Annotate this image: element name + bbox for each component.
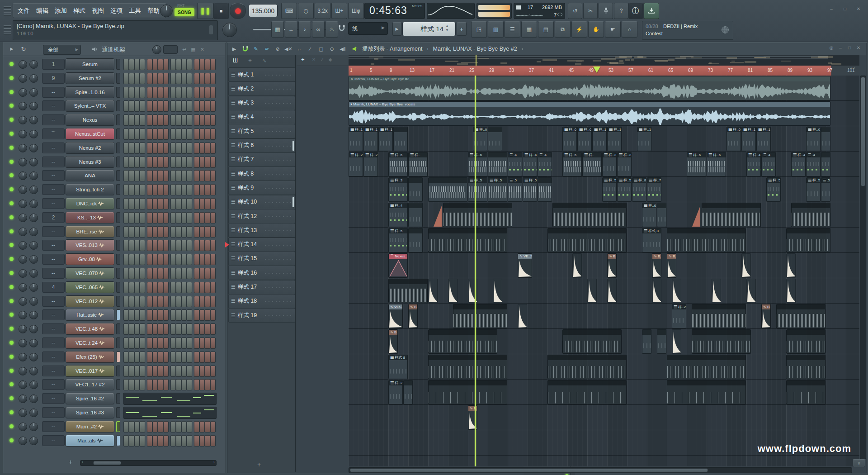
pattern-clip[interactable] bbox=[393, 127, 408, 151]
channel-selector[interactable] bbox=[116, 407, 120, 418]
channel-selector[interactable] bbox=[116, 212, 120, 223]
step-cell[interactable] bbox=[134, 184, 140, 195]
channel-target-display[interactable]: -- bbox=[42, 254, 65, 265]
channel-rack-hscrollbar[interactable]: ‹ › bbox=[80, 460, 217, 466]
pattern-clip[interactable]: ☰ 样..5 bbox=[617, 177, 632, 202]
pattern-clip[interactable]: ☰ 样..6 bbox=[687, 152, 706, 176]
step-cell[interactable] bbox=[129, 100, 134, 112]
step-cell[interactable] bbox=[140, 198, 145, 209]
rack-undo-icon[interactable]: ↩ bbox=[182, 47, 186, 52]
step-cell[interactable] bbox=[181, 296, 187, 307]
pattern-item-样式-13[interactable]: ☰样式 13 bbox=[228, 223, 295, 238]
channel-target-display[interactable]: -- bbox=[42, 323, 65, 334]
step-cell[interactable] bbox=[187, 309, 192, 321]
playlist-button[interactable]: ▦ bbox=[271, 21, 284, 38]
step-cell[interactable] bbox=[163, 157, 169, 168]
step-cell[interactable] bbox=[210, 282, 216, 293]
step-cell[interactable] bbox=[194, 240, 199, 251]
step-cell[interactable] bbox=[123, 142, 129, 154]
pattern-clip[interactable]: ∿ VE..24 bbox=[518, 253, 532, 278]
playlist-vscroll-thumb[interactable] bbox=[861, 77, 865, 186]
undo-button[interactable]: ↺ bbox=[568, 3, 582, 19]
pattern-prev-button[interactable]: ▶ bbox=[392, 22, 401, 36]
channel-volume-knob[interactable] bbox=[29, 171, 38, 180]
channel-button-Serum-#2[interactable]: Serum #2 bbox=[66, 72, 114, 84]
step-cell[interactable] bbox=[123, 268, 129, 279]
channel-target-display[interactable]: -- bbox=[42, 87, 65, 98]
channel-selector[interactable] bbox=[116, 114, 120, 125]
channel-volume-knob[interactable] bbox=[29, 228, 38, 236]
step-cell[interactable] bbox=[205, 366, 210, 377]
swing-icon[interactable]: ↻ bbox=[19, 44, 28, 53]
step-cell[interactable] bbox=[187, 184, 192, 195]
pattern-clip[interactable] bbox=[692, 203, 701, 227]
pattern-clip[interactable] bbox=[488, 127, 502, 151]
channel-mute-led[interactable] bbox=[9, 146, 14, 150]
pattern-clip[interactable] bbox=[786, 228, 830, 252]
channel-target-display[interactable]: -- bbox=[42, 240, 65, 251]
step-cell[interactable] bbox=[129, 366, 134, 377]
step-cell[interactable] bbox=[199, 87, 205, 98]
step-cell[interactable] bbox=[181, 323, 187, 335]
step-cell[interactable] bbox=[187, 87, 192, 98]
channel-volume-knob[interactable] bbox=[29, 74, 38, 83]
step-cell[interactable] bbox=[205, 352, 210, 363]
step-cell[interactable] bbox=[181, 379, 187, 390]
maximize-button[interactable]: □ bbox=[839, 5, 851, 12]
step-cell[interactable] bbox=[205, 114, 210, 126]
pattern-clip[interactable]: ☰ 样..3 bbox=[388, 177, 408, 202]
step-cell[interactable] bbox=[194, 100, 199, 112]
step-cell[interactable] bbox=[187, 352, 192, 363]
step-cell[interactable] bbox=[194, 142, 199, 154]
step-cell[interactable] bbox=[176, 128, 181, 140]
pattern-clip[interactable]: ☰ 样..6 bbox=[468, 152, 487, 176]
step-cell[interactable] bbox=[147, 170, 152, 181]
channel-selector[interactable] bbox=[116, 142, 120, 153]
playlist-navigator[interactable] bbox=[349, 55, 859, 66]
step-cell[interactable] bbox=[140, 282, 145, 293]
speaker-icon[interactable] bbox=[92, 46, 98, 52]
step-cell[interactable] bbox=[187, 366, 192, 377]
step-cell[interactable] bbox=[140, 73, 145, 84]
channel-button-Sylent-VTX[interactable]: Sylent..– VTX bbox=[66, 100, 114, 112]
channel-selector[interactable] bbox=[116, 309, 120, 320]
channel-mute-led[interactable] bbox=[9, 327, 14, 331]
pattern-clip[interactable] bbox=[408, 177, 423, 202]
pattern-clip[interactable]: ☰ 样..2 bbox=[672, 304, 686, 328]
scroll-down-button[interactable]: ∨ bbox=[853, 459, 865, 467]
step-cell[interactable] bbox=[181, 157, 187, 168]
step-cell[interactable] bbox=[129, 128, 134, 140]
step-cell[interactable] bbox=[181, 73, 187, 84]
channel-selector[interactable] bbox=[116, 100, 120, 111]
piano-roll-preview[interactable] bbox=[123, 393, 217, 405]
step-cell[interactable] bbox=[158, 100, 163, 112]
step-cell[interactable] bbox=[163, 114, 169, 126]
channel-pan-knob[interactable] bbox=[19, 102, 27, 110]
step-cell[interactable] bbox=[205, 379, 210, 390]
channel-button-Marn-#2[interactable]: Marn..#2 bbox=[66, 421, 114, 432]
channel-button-Grv-08[interactable]: Grv..08 bbox=[66, 253, 114, 265]
channel-target-display[interactable]: -- bbox=[42, 114, 65, 125]
step-cell[interactable] bbox=[199, 268, 205, 279]
pattern-clip[interactable]: ∿ B..se bbox=[761, 304, 771, 328]
step-cell[interactable] bbox=[158, 157, 163, 168]
pattern-clip[interactable] bbox=[786, 253, 796, 278]
step-cell[interactable] bbox=[147, 379, 152, 390]
step-cell[interactable] bbox=[134, 100, 140, 112]
channel-mute-led[interactable] bbox=[9, 215, 14, 219]
pattern-clip[interactable] bbox=[786, 329, 826, 354]
step-cell[interactable] bbox=[199, 226, 205, 238]
step-cell[interactable] bbox=[123, 73, 129, 84]
audio-tab[interactable]: ✦ bbox=[248, 57, 252, 64]
channel-pan-knob[interactable] bbox=[19, 423, 27, 431]
step-cell[interactable] bbox=[134, 352, 140, 363]
pattern-selector[interactable]: 样式 14 ▲▼ bbox=[402, 22, 456, 36]
main-volume-meters[interactable] bbox=[476, 3, 512, 19]
playlist-hscroll-thumb[interactable] bbox=[350, 468, 708, 472]
channel-volume-knob[interactable] bbox=[29, 353, 38, 361]
pattern-clip[interactable] bbox=[786, 279, 796, 303]
channel-selector[interactable] bbox=[116, 59, 120, 70]
pattern-clip[interactable]: ☰ 样..5 bbox=[523, 177, 537, 202]
step-cell[interactable] bbox=[129, 268, 134, 279]
step-cell[interactable] bbox=[205, 184, 210, 195]
